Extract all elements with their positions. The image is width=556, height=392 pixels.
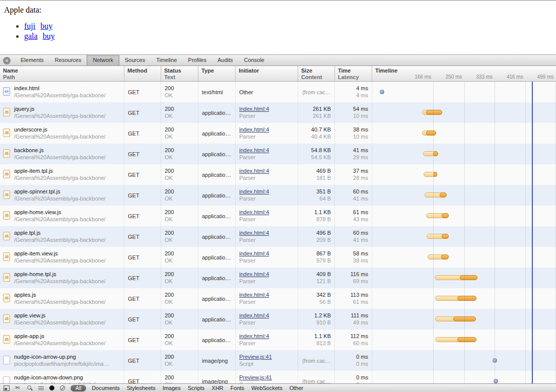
request-name: apple-spinner.tpl.js [14,188,122,195]
network-request-row[interactable]: JS backbone.js /General%20Assembly/ga-ba… [0,144,556,164]
network-request-row[interactable]: nudge-icon-arrow-up.png pioclpoplcdbaefi… [0,350,556,371]
console-icon[interactable] [15,385,21,391]
filter-stylesheets[interactable]: Stylesheets [127,385,156,391]
initiator-link[interactable]: index.html:4 [239,333,298,340]
size-value: 342 B [298,291,331,298]
file-type-icon: JS [3,108,10,116]
column-header-initiator[interactable]: Initiator [236,66,298,81]
initiator-link[interactable]: index.html:4 [239,126,298,133]
request-method: GET [124,226,161,247]
column-header-method[interactable]: Method [124,66,161,81]
network-request-row[interactable]: JS apple-item.view.js /General%20Assembl… [0,247,556,268]
initiator-cell: Preview.js:41 Script [236,350,298,371]
buy-link[interactable]: buy [43,32,55,40]
initiator-link[interactable]: index.html:4 [239,291,298,298]
column-header-size[interactable]: Size Content [298,66,335,81]
buy-link[interactable]: buy [40,22,52,30]
column-header-type[interactable]: Type [198,66,236,81]
list-view-icon[interactable] [38,386,44,390]
initiator-link[interactable]: Preview.js:41 [239,353,298,360]
network-request-row[interactable]: JS apple-item.tpl.js /General%20Assembly… [0,164,556,185]
column-header-status[interactable]: Status Text [161,66,198,81]
size-cell: 1.1 KB 878 B [298,206,335,226]
timeline-cell [372,288,556,309]
network-request-row[interactable]: JS apple-home.view.js /General%20Assembl… [0,206,556,226]
initiator-link[interactable]: Preview.js:41 [239,374,298,381]
column-header-timeline[interactable]: Timeline 166 ms250 ms333 ms416 ms499 ms [372,66,556,81]
latency-value: 60 ms [335,340,368,347]
filter-documents[interactable]: Documents [92,385,120,391]
tab-audits[interactable]: Audits [212,55,239,66]
initiator-link[interactable]: index.html:4 [239,105,298,112]
filter-images[interactable]: Images [163,385,181,391]
time-value: 0 ms [335,353,368,360]
network-request-row[interactable]: JS apple-app.js /General%20Assembly/ga-b… [0,330,556,350]
dock-icon[interactable] [4,385,10,391]
close-devtools-button[interactable]: × [3,57,11,64]
name-cell: JS apple-item.tpl.js /General%20Assembly… [0,164,124,185]
tab-sources[interactable]: Sources [119,55,151,66]
file-type-icon: JS [3,314,10,323]
time-marker: 333 ms [476,74,493,80]
initiator-link[interactable]: index.html:4 [239,209,298,216]
search-icon[interactable] [27,385,33,391]
network-request-row[interactable]: JS jquery.js /General%20Assembly/ga-back… [0,102,556,123]
network-request-row[interactable]: JS apple-home.tpl.js /General%20Assembly… [0,268,556,288]
filter-scripts[interactable]: Scripts [188,385,205,391]
latency-value: 0 ms [335,360,368,367]
network-request-row[interactable]: JS underscore.js /General%20Assembly/ga-… [0,123,556,144]
status-cell: 200 OK [161,206,198,226]
latency-value: 10 ms [335,133,368,140]
record-icon[interactable] [49,385,54,390]
status-text: OK [165,340,198,347]
status-code: 200 [165,312,198,319]
status-code: 200 [165,105,198,112]
request-method: GET [124,164,161,185]
tab-timeline[interactable]: Timeline [151,55,182,66]
initiator-kind: Parser [239,319,298,326]
initiator-link[interactable]: index.html:4 [239,167,298,174]
initiator-link[interactable]: index.html:4 [239,147,298,154]
request-name: apple.tpl.js [14,229,122,236]
size-cell: 496 B 209 B [298,226,335,247]
filter-all-button[interactable]: All [71,385,86,391]
timeline-dot [494,379,498,383]
network-request-row[interactable]: JS apple-spinner.tpl.js /General%20Assem… [0,185,556,206]
network-request-row[interactable]: JS apple.tpl.js /General%20Assembly/ga-b… [0,226,556,247]
request-name: apple-app.js [14,333,122,340]
column-header-time[interactable]: Time Latency [335,66,372,81]
tab-elements[interactable]: Elements [15,55,49,66]
tab-resources[interactable]: Resources [49,55,87,66]
size-value: 40.7 KB [298,126,331,133]
initiator-link[interactable]: index.html:4 [239,229,298,236]
network-request-row[interactable]: <> index.html /General%20Assembly/ga-bac… [0,82,556,102]
filter-xhr[interactable]: XHR [212,385,223,391]
timeline-bar-receiving [441,254,449,259]
size-value: 1.1 KB [298,333,331,340]
content-value: 54.5 KB [298,154,331,161]
filter-websockets[interactable]: WebSockets [251,385,283,391]
network-request-row[interactable]: nudge-icon-arrow-down.png pioclpoplcdbae… [0,371,556,383]
initiator-cell: index.html:4 Parser [236,330,298,350]
timeline-bar [427,234,449,239]
initiator-link[interactable]: index.html:4 [239,250,298,257]
gala-link[interactable]: gala [24,32,38,40]
tab-profiles[interactable]: Profiles [182,55,212,66]
clear-icon[interactable] [60,385,65,390]
name-cell: JS apple-spinner.tpl.js /General%20Assem… [0,185,124,206]
network-request-row[interactable]: JS apples.js /General%20Assembly/ga-back… [0,288,556,309]
filter-other[interactable]: Other [290,385,304,391]
fuji-link[interactable]: fuji [24,22,35,30]
filter-fonts[interactable]: Fonts [231,385,245,391]
initiator-link[interactable]: index.html:4 [239,312,298,319]
column-header-name[interactable]: Name Path [0,66,124,81]
initiator-link[interactable]: index.html:4 [239,188,298,195]
initiator-link[interactable]: index.html:4 [239,271,298,278]
tab-network[interactable]: Network [87,55,119,66]
initiator-kind: Parser [239,236,298,243]
devtools-tabbar: × ElementsResourcesNetworkSourcesTimelin… [0,54,556,66]
tab-console[interactable]: Console [239,55,270,66]
status-cell: 200 OK [161,288,198,309]
status-code: 200 [165,271,198,278]
network-request-row[interactable]: JS apple.view.js /General%20Assembly/ga-… [0,309,556,330]
